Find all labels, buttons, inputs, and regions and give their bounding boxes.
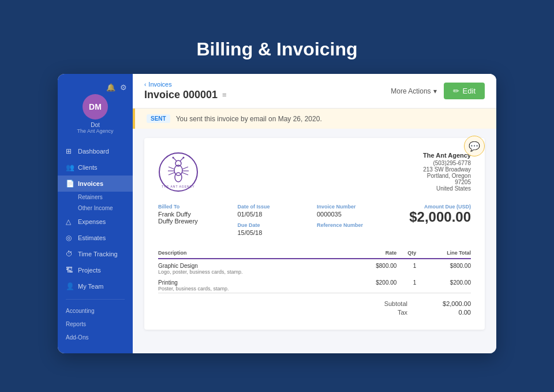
sidebar-item-accounting[interactable]: Accounting xyxy=(58,304,133,318)
due-date-label: Due Date xyxy=(238,222,313,228)
table-row: Printing Poster, business cards, stamp. … xyxy=(158,276,471,293)
col-qty: Qty xyxy=(396,248,416,259)
billed-to-name: Frank Duffy xyxy=(158,211,233,218)
line-item-desc-0: Graphic Design xyxy=(158,263,350,269)
edit-label: Edit xyxy=(463,87,476,95)
company-logo: THE ANT AGENCY xyxy=(158,152,199,192)
line-item-rate-0: $800.00 xyxy=(350,259,397,276)
line-item-qty-0: 1 xyxy=(396,259,416,276)
sidebar-item-invoices[interactable]: 📄 Invoices xyxy=(58,176,133,192)
invoices-icon: 📄 xyxy=(66,180,74,188)
sidebar-item-dashboard[interactable]: ⊞ Dashboard xyxy=(58,143,133,159)
sidebar-sub-invoices: Retainers Other Income xyxy=(58,192,133,214)
top-bar: ‹ Invoices Invoice 000001 ≡ More Actions… xyxy=(133,74,496,109)
svg-point-12 xyxy=(173,157,174,159)
sidebar: 🔔 ⚙ DM Dot The Ant Agency ⊞ Dashboard 👥 … xyxy=(58,74,133,353)
table-row: Graphic Design Logo, poster, business ca… xyxy=(158,259,471,276)
bell-icon[interactable]: 🔔 xyxy=(106,83,115,92)
company-name: The Ant Agency xyxy=(423,152,471,159)
avatar-section: 🔔 ⚙ DM Dot The Ant Agency xyxy=(58,83,133,134)
company-info: The Ant Agency (503)295-6778 213 SW Broa… xyxy=(423,152,471,192)
back-arrow-icon: ‹ xyxy=(144,81,146,88)
sidebar-item-clients[interactable]: 👥 Clients xyxy=(58,159,133,176)
amount-due-field: Amount Due (USD) $2,000.00 xyxy=(396,204,471,225)
svg-line-9 xyxy=(182,173,188,175)
svg-point-3 xyxy=(175,173,182,182)
line-item-desc-1: Printing xyxy=(158,279,350,286)
invoice-header: THE ANT AGENCY The Ant Agency (503)295-6… xyxy=(158,152,471,192)
top-bar-left: ‹ Invoices Invoice 000001 ≡ xyxy=(144,81,227,101)
filter-icon[interactable]: ≡ xyxy=(222,91,227,99)
sidebar-label-dashboard: Dashboard xyxy=(78,148,109,155)
company-address2: Portland, Oregon xyxy=(423,173,471,179)
team-icon: 👤 xyxy=(66,282,74,290)
sidebar-item-projects[interactable]: 🏗 Projects xyxy=(58,262,133,278)
sidebar-label-time: Time Tracking xyxy=(78,251,118,257)
estimates-icon: ◎ xyxy=(66,234,74,242)
dashboard-icon: ⊞ xyxy=(66,147,74,155)
clients-icon: 👥 xyxy=(66,163,74,171)
svg-point-13 xyxy=(183,157,185,159)
tax-row: Tax 0.00 xyxy=(398,309,471,316)
sidebar-label-expenses: Expenses xyxy=(78,218,106,225)
notification-message: You sent this invoice by email on May 26… xyxy=(176,115,322,123)
line-items-table: Description Rate Qty Line Total Graphic … xyxy=(158,248,471,293)
col-rate: Rate xyxy=(350,248,397,259)
avatar-name: Dot xyxy=(91,122,100,128)
billed-to-label: Billed To xyxy=(158,204,233,210)
app-container: 🔔 ⚙ DM Dot The Ant Agency ⊞ Dashboard 👥 … xyxy=(58,74,496,353)
top-bar-actions: More Actions ▾ ✏ Edit xyxy=(391,83,485,99)
breadcrumb-label: Invoices xyxy=(148,81,171,88)
due-date-value: 15/05/18 xyxy=(238,229,313,236)
sidebar-item-retainers[interactable]: Retainers xyxy=(58,192,133,203)
sidebar-item-reports[interactable]: Reports xyxy=(58,318,133,331)
line-item-qty-1: 1 xyxy=(396,276,416,293)
line-item-total-1: $200.00 xyxy=(416,276,471,293)
invoice-title: Invoice 000001 xyxy=(144,89,218,101)
sent-badge: SENT xyxy=(147,114,170,123)
breadcrumb[interactable]: ‹ Invoices xyxy=(144,81,227,88)
billed-to-field: Billed To Frank Duffy Duffy Brewery xyxy=(158,204,233,225)
col-line-total: Line Total xyxy=(416,248,471,259)
invoice-number-label: Invoice Number xyxy=(317,204,392,210)
sidebar-label-my-team: My Team xyxy=(78,283,103,290)
line-item-rate-1: $200.00 xyxy=(350,276,397,293)
line-item-sub-1: Poster, business cards, stamp. xyxy=(158,286,350,292)
avatar-company: The Ant Agency xyxy=(77,128,113,134)
notification-bar: SENT You sent this invoice by email on M… xyxy=(133,109,496,129)
col-description: Description xyxy=(158,248,350,259)
sidebar-item-other-income[interactable]: Other Income xyxy=(58,203,133,214)
main-content: ‹ Invoices Invoice 000001 ≡ More Actions… xyxy=(133,74,496,353)
edit-pencil-icon: ✏ xyxy=(453,87,459,95)
date-of-issue-label: Date of Issue xyxy=(238,204,313,210)
sidebar-item-my-team[interactable]: 👤 My Team xyxy=(58,278,133,294)
sidebar-nav: ⊞ Dashboard 👥 Clients 📄 Invoices Retaine… xyxy=(58,143,133,344)
company-address4: United States xyxy=(423,185,471,192)
svg-text:THE ANT AGENCY: THE ANT AGENCY xyxy=(162,185,194,188)
totals-section: Subtotal $2,000.00 Tax 0.00 xyxy=(158,300,471,316)
expenses-icon: △ xyxy=(66,218,74,226)
reference-number-label: Reference Number xyxy=(317,222,392,228)
sidebar-label-projects: Projects xyxy=(78,267,101,274)
gear-icon[interactable]: ⚙ xyxy=(120,83,127,92)
chat-bubble-button[interactable]: 💬 xyxy=(464,136,485,156)
invoice-number-field: Invoice Number 0000035 Reference Number xyxy=(317,204,392,229)
time-icon: ⏱ xyxy=(66,250,74,258)
svg-line-6 xyxy=(169,173,174,175)
sidebar-item-expenses[interactable]: △ Expenses xyxy=(58,214,133,230)
sidebar-item-add-ons[interactable]: Add-Ons xyxy=(58,331,133,344)
sidebar-item-time-tracking[interactable]: ⏱ Time Tracking xyxy=(58,246,133,262)
billed-to-company: Duffy Brewery xyxy=(158,218,233,225)
invoice-number-value: 0000035 xyxy=(317,211,392,218)
edit-button[interactable]: ✏ Edit xyxy=(444,83,485,99)
subtotal-value: $2,000.00 xyxy=(431,300,471,307)
more-actions-button[interactable]: More Actions ▾ xyxy=(391,87,436,95)
invoice-title-row: Invoice 000001 ≡ xyxy=(144,89,227,101)
sidebar-label-estimates: Estimates xyxy=(78,234,106,241)
sidebar-item-estimates[interactable]: ◎ Estimates xyxy=(58,230,133,246)
tax-label: Tax xyxy=(398,309,407,316)
invoice-scroll-area: 💬 xyxy=(133,129,496,353)
date-of-issue-value: 01/05/18 xyxy=(238,211,313,218)
chevron-down-icon: ▾ xyxy=(433,87,437,95)
company-address3: 97205 xyxy=(423,179,471,185)
